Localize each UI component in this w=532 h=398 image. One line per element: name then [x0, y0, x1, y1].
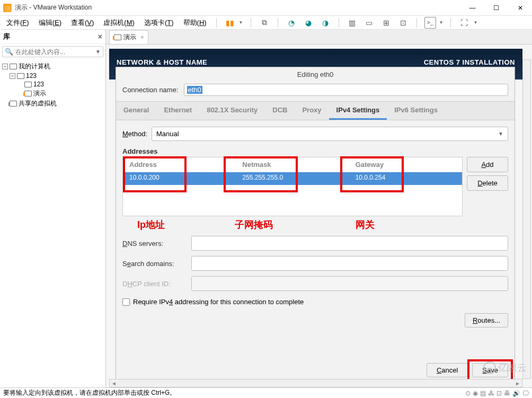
separator	[339, 18, 339, 28]
display-icon[interactable]: 🖵	[522, 390, 529, 397]
menu-help[interactable]: 帮助(H)	[181, 17, 209, 29]
tab-ipv4[interactable]: IPv4 Settings	[329, 102, 387, 120]
view-single-icon[interactable]: ▭	[363, 17, 375, 29]
tree-view: − 我的计算机 − 123 123 演示 共享的	[0, 59, 105, 111]
vm-display[interactable]: NETWORK & HOST NAME CENTOS 7 INSTALLATIO…	[106, 45, 532, 387]
collapse-icon[interactable]: −	[10, 73, 15, 79]
tab-strip: 演示 ×	[106, 30, 532, 45]
separator	[216, 18, 217, 28]
revert-icon[interactable]: ◕	[303, 17, 314, 29]
tab-ipv6[interactable]: IPv6 Settings	[387, 102, 445, 120]
disk-icon[interactable]: ⊙	[465, 390, 471, 397]
vm-running-icon	[24, 91, 32, 96]
address-buttons: Add Delete	[467, 157, 508, 216]
tab-close-icon[interactable]: ×	[140, 34, 144, 40]
tab-ethernet[interactable]: Ethernet	[156, 102, 199, 120]
dialog-title: Editing eth0	[116, 67, 515, 82]
tab-security[interactable]: 802.1X Security	[199, 102, 265, 120]
collapse-icon[interactable]: −	[2, 64, 8, 69]
view-unity-icon[interactable]: ⊞	[380, 17, 392, 29]
cancel-button[interactable]: Cancel	[427, 363, 468, 377]
connection-name-row: Connection name: eth0	[116, 82, 515, 101]
tree-vm-demo[interactable]: 演示	[2, 89, 103, 99]
menu-bar: 文件(F) 编辑(E) 查看(V) 虚拟机(M) 选项卡(T) 帮助(H) ▮▮…	[0, 16, 532, 30]
dhcp-label: DHCP client ID:	[122, 280, 191, 288]
tree-shared[interactable]: 共享的虚拟机	[2, 99, 103, 109]
delete-button[interactable]: Delete	[467, 175, 508, 191]
conn-name-input[interactable]: eth0	[184, 84, 508, 96]
tree-my-computer[interactable]: − 我的计算机	[2, 61, 103, 72]
method-label: Method:	[122, 130, 147, 138]
usb-icon[interactable]: ⊡	[496, 390, 502, 397]
scroll-track[interactable]	[118, 379, 513, 387]
search-domains-input[interactable]	[191, 256, 508, 271]
menu-file[interactable]: 文件(F)	[4, 17, 31, 29]
require-ipv4-label: Require IPv4 addressing for this connect…	[133, 298, 304, 306]
dialog-tabs: General Ethernet 802.1X Security DCB Pro…	[116, 101, 515, 120]
method-select[interactable]: Manual ▼	[152, 127, 508, 141]
require-ipv4-row[interactable]: Require IPv4 addressing for this connect…	[116, 294, 515, 310]
horizontal-scrollbar[interactable]: ◄ ►	[109, 379, 522, 387]
watermark-text: 亿速云	[498, 361, 527, 374]
dns-input[interactable]	[191, 236, 508, 251]
cell-address: 10.0.0.200	[123, 172, 236, 185]
tree-vm-123[interactable]: 123	[2, 80, 103, 89]
sound-icon[interactable]: 🔊	[512, 390, 520, 397]
separator	[278, 18, 278, 28]
tab-dcb[interactable]: DCB	[265, 102, 295, 120]
separator	[251, 18, 251, 28]
tree-folder-123[interactable]: − 123	[2, 72, 103, 80]
cmd-icon[interactable]: >_	[424, 17, 436, 29]
tab-general[interactable]: General	[116, 102, 156, 120]
status-icons: ⊙ ◉ ▤ 🖧 ⊡ 🖶 🔊 🖵	[465, 390, 529, 397]
routes-button[interactable]: Routes...	[465, 313, 508, 328]
view-console-icon[interactable]: ⊡	[397, 17, 409, 29]
menu-view[interactable]: 查看(V)	[69, 17, 96, 29]
close-sidebar-icon[interactable]: ×	[98, 32, 102, 41]
content-area: 演示 × NETWORK & HOST NAME CENTOS 7 INSTAL…	[106, 30, 532, 387]
maximize-button[interactable]: ☐	[484, 0, 508, 16]
window-title: 演示 - VMware Workstation	[15, 3, 92, 12]
vertical-scrollbar[interactable]	[522, 59, 531, 379]
minimize-button[interactable]: —	[460, 0, 484, 16]
search-input[interactable]	[15, 48, 95, 56]
banner-left: NETWORK & HOST NAME	[117, 58, 207, 66]
dropdown-caret-icon[interactable]: ▼	[239, 20, 243, 25]
floppy-icon[interactable]: ▤	[480, 390, 486, 397]
tab-label: 演示	[123, 33, 136, 42]
tab-demo[interactable]: 演示 ×	[109, 30, 148, 44]
scroll-right-icon[interactable]: ►	[513, 379, 522, 387]
fullscreen-icon[interactable]: ⛶	[458, 17, 470, 29]
cd-icon[interactable]: ◉	[473, 390, 478, 397]
menu-tabs[interactable]: 选项卡(T)	[142, 17, 176, 29]
menu-edit[interactable]: 编辑(E)	[37, 17, 64, 29]
pause-icon[interactable]: ▮▮	[224, 17, 236, 29]
conn-name-value: eth0	[187, 86, 202, 94]
routes-row: Routes...	[116, 310, 515, 331]
printer-icon[interactable]: 🖶	[504, 390, 510, 397]
snapshot-icon[interactable]: ◔	[286, 17, 297, 29]
watermark: ☁ 亿速云	[483, 361, 527, 374]
menu-vm[interactable]: 虚拟机(M)	[101, 17, 137, 29]
add-button[interactable]: Add	[467, 157, 508, 172]
addresses-table[interactable]: Address Netmask Gateway 10.0.0.200 255.2…	[122, 157, 463, 216]
manage-snapshot-icon[interactable]: ◑	[320, 17, 331, 29]
table-row[interactable]: 10.0.0.200 255.255.255.0 10.0.0.254	[123, 172, 462, 185]
tool-icon-1[interactable]: ⧉	[259, 17, 270, 29]
network-icon[interactable]: 🖧	[488, 390, 494, 397]
addresses-label: Addresses	[122, 147, 508, 155]
require-ipv4-checkbox[interactable]	[122, 298, 130, 306]
search-icon: 🔍	[5, 48, 13, 56]
view-split-icon[interactable]: ▥	[347, 17, 358, 29]
main-layout: 库 × 🔍 ▼ − 我的计算机 − 123 123	[0, 30, 532, 387]
title-bar: □ 演示 - VMware Workstation — ☐ ✕	[0, 0, 532, 16]
shared-vm-icon	[10, 101, 17, 107]
dhcp-input[interactable]	[191, 276, 508, 291]
dropdown-caret-icon[interactable]: ▼	[439, 20, 444, 25]
scroll-left-icon[interactable]: ◄	[110, 379, 118, 387]
dropdown-caret-icon[interactable]: ▼	[473, 20, 477, 25]
close-button[interactable]: ✕	[508, 0, 532, 16]
tab-proxy[interactable]: Proxy	[295, 102, 329, 120]
search-caret-icon[interactable]: ▼	[95, 49, 101, 55]
search-box[interactable]: 🔍 ▼	[2, 46, 103, 57]
